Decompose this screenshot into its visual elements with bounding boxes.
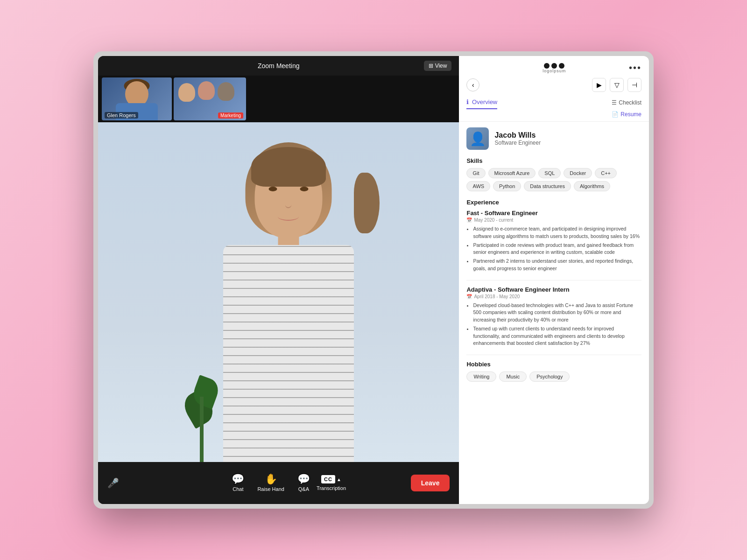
- job-title-adaptiva: Adaptiva - Software Engineer Intern: [466, 286, 641, 293]
- mic-button[interactable]: 🎤: [107, 477, 119, 489]
- zoom-panel: Zoom Meeting ⊞ View Glen Rogers Marketin…: [98, 56, 459, 504]
- thumbnail-marketing[interactable]: Marketing: [174, 77, 246, 120]
- rp-top-row: logolpsum •••: [466, 63, 641, 73]
- qa-icon: 💬: [297, 474, 310, 484]
- rp-body: 👤 Jacob Wills Software Engineer Skills G…: [459, 122, 649, 504]
- logo-circle3: [559, 63, 564, 69]
- skill-git: Git: [466, 168, 485, 178]
- body: [223, 245, 354, 462]
- overview-tab-row: ℹ Overview ☰ Checklist: [466, 96, 641, 109]
- checklist-icon: ☰: [612, 99, 617, 106]
- avatar2: [198, 81, 215, 100]
- info-icon: ℹ: [466, 98, 469, 105]
- bullet-fast-3: Partnered with 2 interns to understand u…: [473, 258, 641, 273]
- resume-button[interactable]: 📄 Resume: [612, 111, 641, 118]
- skills-section-title: Skills: [466, 157, 641, 164]
- hobbies-row: Writing Music Psychology: [466, 371, 641, 382]
- experience-section-title: Experience: [466, 199, 641, 206]
- zoom-bottombar: 🎤 💬 Chat ✋ Raise Hand 💬 Q&A CC ▲: [98, 462, 459, 504]
- skill-aws: AWS: [466, 181, 490, 191]
- job-date-fast: 📅 May 2020 - current: [466, 217, 641, 223]
- transcription-button[interactable]: CC ▲ Transcription: [317, 475, 346, 491]
- right-panel: logolpsum ••• ‹ ▶ ▽: [459, 56, 649, 504]
- bullet-fast-2: Participated in code reviews with produc…: [473, 242, 641, 257]
- shirt-stripes: [223, 245, 354, 462]
- hair-top: [251, 147, 326, 187]
- view-icon: ⊞: [429, 63, 433, 69]
- skill-algorithms: Algorithms: [574, 181, 610, 191]
- thumbnail-glen[interactable]: Glen Rogers: [102, 77, 172, 120]
- hobby-psychology: Psychology: [529, 371, 570, 382]
- action-icons: ▶ ▽ ⊣: [592, 78, 641, 92]
- qa-button[interactable]: 💬 Q&A: [291, 471, 317, 495]
- skill-sql: SQL: [538, 168, 561, 178]
- screen-wrapper: Zoom Meeting ⊞ View Glen Rogers Marketin…: [93, 51, 654, 509]
- tab-overview[interactable]: ℹ Overview: [466, 96, 497, 109]
- hobbies-divider: [466, 355, 641, 355]
- nose: [285, 201, 292, 208]
- leave-button[interactable]: Leave: [411, 475, 450, 491]
- job-bullets-fast: Assigned to e-commerce team, and partici…: [466, 225, 641, 273]
- candidate-title: Software Engineer: [494, 140, 541, 146]
- video-background: [98, 122, 459, 462]
- woman-figure: [190, 145, 387, 462]
- rp-nav-row: ‹ ▶ ▽ ⊣: [466, 78, 641, 92]
- raise-hand-icon: ✋: [265, 474, 277, 484]
- chevron-up-icon: ▲: [337, 477, 341, 482]
- thumbnail-badge-marketing: Marketing: [218, 112, 243, 119]
- skills-row: Git Microsoft Azure SQL Docker C++ AWS P…: [466, 168, 641, 191]
- collapse-icon: ⊣: [632, 81, 637, 89]
- bullet-adaptiva-2: Teamed up with current clients to unders…: [473, 325, 641, 347]
- rp-logo: logolpsum: [543, 63, 566, 73]
- logo-icons: [544, 63, 564, 69]
- thumbnails-row: Glen Rogers Marketing: [98, 76, 459, 122]
- play-button[interactable]: ▶: [592, 78, 606, 92]
- zoom-titlebar: Zoom Meeting ⊞ View: [98, 56, 459, 76]
- skill-azure: Microsoft Azure: [488, 168, 536, 178]
- bullet-adaptiva-1: Developed cloud-based technologies with …: [473, 302, 641, 324]
- view-button[interactable]: ⊞ View: [424, 61, 452, 71]
- avatar1: [178, 83, 195, 102]
- thumbnail-label-glen: Glen Rogers: [105, 112, 138, 119]
- hair-side: [354, 173, 380, 233]
- filter-button[interactable]: ▽: [610, 78, 624, 92]
- resume-row: 📄 Resume: [466, 111, 641, 121]
- candidate-name: Jacob Wills: [494, 131, 541, 140]
- more-button[interactable]: •••: [629, 63, 641, 73]
- stem: [200, 397, 204, 462]
- mouth: [278, 212, 299, 221]
- skill-docker: Docker: [564, 168, 592, 178]
- back-button[interactable]: ‹: [466, 78, 479, 91]
- rp-header: logolpsum ••• ‹ ▶ ▽: [459, 56, 649, 122]
- job-title-fast: Fast - Software Engineer: [466, 210, 641, 217]
- raise-hand-button[interactable]: ✋ Raise Hand: [251, 471, 290, 495]
- group-avatars: [178, 81, 234, 100]
- left-eye: [268, 187, 277, 191]
- checklist-button[interactable]: ☰ Checklist: [612, 99, 641, 106]
- filter-icon: ▽: [614, 81, 620, 89]
- candidate-header: 👤 Jacob Wills Software Engineer: [466, 127, 641, 150]
- chat-button[interactable]: 💬 Chat: [225, 471, 251, 495]
- more-icon: •••: [629, 63, 641, 73]
- cc-wrapper: CC ▲: [321, 475, 341, 483]
- avatar3: [218, 82, 234, 101]
- avatar-icon: 👤: [470, 131, 486, 147]
- job-bullets-adaptiva: Developed cloud-based technologies with …: [466, 302, 641, 348]
- bullet-fast-1: Assigned to e-commerce team, and partici…: [473, 225, 641, 240]
- back-icon: ‹: [472, 81, 474, 89]
- calendar-icon-adaptiva: 📅: [466, 294, 472, 299]
- right-eye: [300, 187, 308, 191]
- main-video: [98, 122, 459, 462]
- hobby-writing: Writing: [466, 371, 496, 382]
- skill-python: Python: [493, 181, 521, 191]
- skill-ds: Data structures: [524, 181, 571, 191]
- plant: [186, 378, 218, 462]
- hobbies-section-title: Hobbies: [466, 361, 641, 368]
- candidate-info: Jacob Wills Software Engineer: [494, 131, 541, 146]
- experience-adaptiva: Adaptiva - Software Engineer Intern 📅 Ap…: [466, 286, 641, 348]
- rp-tabs: ℹ Overview: [466, 96, 497, 109]
- collapse-button[interactable]: ⊣: [627, 78, 641, 92]
- hobby-music: Music: [499, 371, 527, 382]
- skill-cpp: C++: [595, 168, 617, 178]
- resume-icon: 📄: [612, 111, 619, 118]
